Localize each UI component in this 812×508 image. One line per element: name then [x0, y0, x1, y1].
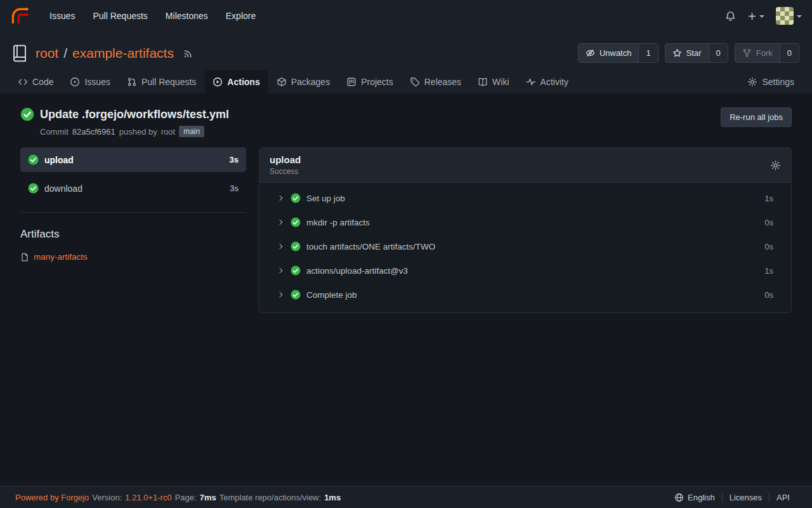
page-footer: Powered by Forgejo Version: 1.21.0+1-rc0…	[0, 486, 812, 508]
rerun-all-jobs-button[interactable]: Re-run all jobs	[721, 107, 792, 127]
job-duration: 3s	[230, 155, 239, 164]
repo-tabs: Code Issues Pull Requests Actions Packag…	[0, 67, 812, 93]
tab-releases[interactable]: Releases	[402, 70, 469, 93]
tab-wiki[interactable]: Wiki	[470, 70, 516, 93]
tab-settings-label: Settings	[762, 77, 794, 87]
tab-packages[interactable]: Packages	[269, 70, 337, 93]
tab-pull-requests-label: Pull Requests	[141, 77, 196, 87]
eye-slash-icon	[586, 48, 595, 58]
tab-issues[interactable]: Issues	[62, 70, 117, 93]
repo-action-buttons: Unwatch 1 Star 0 Fork	[578, 43, 799, 63]
nav-explore[interactable]: Explore	[217, 11, 265, 21]
repo-name-link[interactable]: example-artifacts	[72, 46, 174, 61]
code-icon	[18, 77, 28, 87]
tab-actions[interactable]: Actions	[205, 70, 267, 93]
job-duration: 3s	[230, 184, 239, 193]
journal-icon	[10, 44, 29, 63]
caret-down-icon	[759, 15, 764, 18]
check-circle-icon	[291, 217, 301, 227]
job-detail-panel: upload Success	[259, 147, 792, 313]
star-label: Star	[686, 48, 702, 58]
check-circle-icon	[291, 265, 301, 276]
star-button-group: Star 0	[665, 43, 728, 63]
star-button[interactable]: Star	[665, 44, 709, 62]
tab-settings[interactable]: Settings	[740, 70, 802, 93]
tab-activity[interactable]: Activity	[518, 70, 576, 93]
globe-icon	[674, 493, 684, 502]
job-name: upload	[44, 155, 74, 165]
run-header: Update .forgejo/workflows/test.yml Commi…	[20, 107, 792, 137]
forgejo-logo[interactable]	[10, 6, 29, 25]
job-detail-title: upload	[270, 154, 301, 165]
check-circle-icon	[28, 154, 39, 165]
job-item-download[interactable]: download 3s	[20, 176, 246, 201]
user-menu-button[interactable]	[776, 7, 802, 25]
step-row-upload-artifact[interactable]: actions/upload-artifact@v3 1s	[259, 258, 791, 283]
forks-count[interactable]: 0	[780, 44, 799, 62]
branch-badge[interactable]: main	[179, 126, 204, 137]
avatar	[776, 7, 794, 25]
jobs-sidebar: upload 3s download 3s Artifacts	[20, 147, 246, 262]
tab-code[interactable]: Code	[10, 70, 61, 93]
step-name: mkdir -p artifacts	[306, 218, 370, 227]
step-row-mkdir[interactable]: mkdir -p artifacts 0s	[259, 210, 791, 234]
actions-run-view: Update .forgejo/workflows/test.yml Commi…	[0, 93, 812, 486]
nav-milestones[interactable]: Milestones	[157, 11, 217, 21]
run-success-check-circle-icon	[20, 107, 34, 121]
step-duration: 0s	[764, 290, 773, 300]
template-time-value: 1ms	[324, 493, 341, 502]
tag-icon	[410, 77, 420, 87]
language-label: English	[688, 493, 715, 502]
language-selector[interactable]: English	[667, 493, 722, 502]
version-link[interactable]: 1.21.0+1-rc0	[125, 493, 171, 502]
star-icon	[672, 48, 682, 58]
fork-button[interactable]: Fork	[735, 44, 780, 62]
issue-icon	[70, 77, 80, 87]
pushed-by-label: pushed by	[119, 127, 157, 137]
powered-by-link[interactable]: Powered by Forgejo	[15, 493, 89, 502]
commit-author-link[interactable]: root	[161, 127, 175, 137]
commit-label: Commit	[40, 127, 69, 137]
rss-icon[interactable]	[183, 48, 194, 59]
step-row-setup-job[interactable]: Set up job 1s	[259, 186, 791, 210]
step-name: touch artifacts/ONE artifacts/TWO	[306, 242, 435, 251]
stars-count[interactable]: 0	[709, 44, 728, 62]
tab-pull-requests[interactable]: Pull Requests	[119, 70, 204, 93]
step-duration: 1s	[764, 266, 773, 276]
fork-icon	[742, 48, 752, 58]
nav-issues[interactable]: Issues	[41, 11, 84, 21]
tab-projects-label: Projects	[361, 77, 393, 87]
step-row-complete-job[interactable]: Complete job 0s	[259, 283, 791, 307]
notifications-button[interactable]	[725, 11, 736, 22]
check-circle-icon	[291, 290, 301, 300]
commit-sha-link[interactable]: 82a5cf6961	[72, 127, 115, 137]
tab-issues-label: Issues	[84, 77, 110, 87]
step-row-touch[interactable]: touch artifacts/ONE artifacts/TWO 0s	[259, 234, 791, 258]
check-circle-icon	[291, 241, 301, 251]
job-item-upload[interactable]: upload 3s	[20, 147, 246, 172]
check-circle-icon	[28, 183, 39, 194]
tab-projects[interactable]: Projects	[339, 70, 401, 93]
repo-separator: /	[63, 46, 67, 61]
api-link[interactable]: API	[769, 493, 797, 502]
run-title: Update .forgejo/workflows/test.yml	[40, 108, 229, 121]
tab-code-label: Code	[32, 77, 53, 87]
nav-pull-requests[interactable]: Pull Requests	[84, 11, 156, 21]
repo-owner-link[interactable]: root	[36, 46, 58, 61]
forgejo-logo-icon	[10, 6, 29, 25]
create-new-button[interactable]	[747, 11, 764, 21]
activity-icon	[526, 77, 536, 87]
licenses-link[interactable]: Licenses	[722, 493, 769, 502]
version-label: Version:	[92, 493, 122, 502]
watchers-count[interactable]: 1	[638, 44, 657, 62]
commit-line: Commit 82a5cf6961 pushed by root main	[40, 126, 229, 137]
tab-releases-label: Releases	[424, 77, 461, 87]
navbar-right	[725, 7, 802, 25]
unwatch-button[interactable]: Unwatch	[579, 44, 639, 62]
footer-info: Powered by Forgejo Version: 1.21.0+1-rc0…	[15, 493, 341, 502]
job-options-gear-icon[interactable]	[770, 160, 781, 171]
fork-button-group: Fork 0	[735, 43, 799, 63]
page-time-label: Page:	[175, 493, 197, 502]
artifact-link[interactable]: many-artifacts	[20, 252, 246, 262]
tab-activity-label: Activity	[540, 77, 568, 87]
